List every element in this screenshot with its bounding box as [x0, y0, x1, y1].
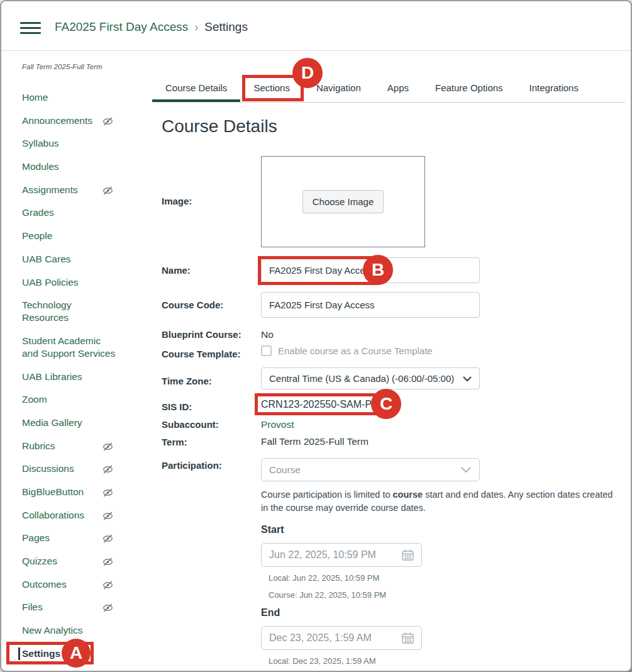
hidden-eye-icon [102, 534, 114, 546]
breadcrumb-separator-icon: › [194, 21, 198, 34]
sidebar-item-label: Settings [22, 648, 60, 659]
sidebar-item-settings[interactable]: Settings [18, 647, 114, 660]
tab-feature-options[interactable]: Feature Options [422, 77, 516, 102]
sidebar-item-label: Modules [22, 161, 59, 172]
sidebar-item-label: Zoom [22, 394, 47, 405]
sidebar-item-pages[interactable]: Pages [22, 532, 118, 544]
course-template-row: Enable course as a Course Template [261, 345, 433, 356]
sis-id-value: CRN123-202550-SAM-PL [261, 399, 377, 410]
course-name-input[interactable] [261, 257, 480, 283]
page-title: Course Details [162, 116, 277, 137]
hidden-eye-icon [102, 557, 114, 569]
sidebar-item-discussions[interactable]: Discussions [22, 462, 118, 475]
tab-navigation[interactable]: Navigation [303, 77, 374, 102]
end-date-value: Dec 23, 2025, 1:59 AM [269, 632, 372, 644]
sidebar-item-zoom[interactable]: Zoom [22, 393, 118, 406]
sidebar-item-label: Assignments [22, 184, 78, 195]
sidebar-item-uab-cares[interactable]: UAB Cares [22, 253, 118, 266]
sidebar-item-media-gallery[interactable]: Media Gallery [22, 417, 118, 429]
course-template-checkbox[interactable] [261, 345, 272, 356]
start-course-note: Course: Jun 22, 2025, 10:59 PM [269, 590, 386, 600]
term-value: Fall Term 2025-Full Term [261, 436, 369, 447]
sidebar-item-label: Syllabus [22, 138, 59, 148]
name-label: Name: [162, 265, 191, 276]
sidebar-item-home[interactable]: Home [22, 91, 118, 104]
choose-image-button[interactable]: Choose Image [302, 190, 384, 213]
time-zone-label: Time Zone: [162, 376, 212, 386]
term-label: Term: [162, 437, 187, 447]
sidebar-item-label: UAB Policies [22, 277, 79, 288]
blueprint-course-label: Blueprint Course: [162, 329, 241, 340]
tab-integrations[interactable]: Integrations [516, 77, 592, 102]
participation-value: Course [269, 464, 301, 476]
sidebar-item-rubrics[interactable]: Rubrics [22, 440, 118, 452]
tab-sections[interactable]: Sections [240, 77, 303, 102]
header-divider [1, 50, 632, 51]
calendar-icon[interactable] [402, 632, 414, 644]
sidebar-item-label: Collaborations [22, 510, 84, 520]
sidebar-item-assignments[interactable]: Assignments [22, 184, 118, 196]
sidebar-item-uab-policies[interactable]: UAB Policies [22, 276, 118, 289]
image-label: Image: [162, 196, 192, 206]
sidebar-item-student-academic-and-support-services[interactable]: Student Academic and Support Services [22, 335, 116, 360]
sidebar-item-outcomes[interactable]: Outcomes [22, 578, 118, 591]
sidebar-term-label: Fall Term 2025-Full Term [22, 63, 103, 70]
hidden-eye-icon [102, 488, 114, 500]
sidebar-item-uab-libraries[interactable]: UAB Libraries [22, 371, 118, 383]
sidebar-item-label: UAB Cares [22, 254, 71, 264]
sidebar-item-label: Announcements [22, 115, 92, 126]
sidebar-item-label: Grades [22, 207, 54, 218]
start-date-input[interactable]: Jun 22, 2025, 10:59 PM [261, 543, 422, 567]
tab-course-details[interactable]: Course Details [152, 77, 240, 102]
course-template-checkbox-label: Enable course as a Course Template [278, 345, 433, 356]
end-date-input[interactable]: Dec 23, 2025, 1:59 AM [261, 626, 422, 650]
course-code-input[interactable] [261, 292, 480, 318]
course-template-label: Course Template: [162, 349, 241, 359]
course-navigation: Home Announcements Syllabus Modules Assi… [22, 91, 124, 671]
sidebar-item-new-analytics[interactable]: New Analytics [22, 624, 118, 637]
hidden-eye-icon [102, 580, 114, 593]
sidebar-item-syllabus[interactable]: Syllabus [22, 137, 118, 150]
sidebar-item-label: Rubrics [22, 440, 55, 451]
sidebar-item-label: Student Academic and Support Services [22, 335, 115, 359]
sidebar-item-modules[interactable]: Modules [22, 160, 118, 173]
sidebar-item-technology-resources[interactable]: Technology Resources [22, 299, 116, 324]
hidden-eye-icon [102, 116, 114, 129]
sidebar-item-label: BigBlueButton [22, 486, 84, 497]
end-date-heading: End [261, 607, 280, 619]
sidebar-item-announcements[interactable]: Announcements [22, 115, 118, 127]
participation-label: Participation: [162, 460, 222, 471]
blueprint-course-value: No [261, 329, 274, 340]
sidebar-item-label: Quizzes [22, 556, 57, 566]
subaccount-label: Subaccount: [162, 419, 219, 430]
canvas-settings-page: FA2025 First Day Access › Settings Fall … [0, 0, 632, 672]
calendar-icon[interactable] [402, 549, 414, 561]
tab-apps[interactable]: Apps [374, 77, 422, 102]
breadcrumb-course-link[interactable]: FA2025 First Day Access [55, 20, 188, 34]
hidden-eye-icon [102, 603, 114, 615]
sidebar-item-label: Home [22, 92, 48, 103]
subaccount-link[interactable]: Provost [261, 419, 294, 430]
course-image-dropzone[interactable]: Choose Image [261, 156, 425, 247]
sis-id-label: SIS ID: [162, 401, 192, 412]
sidebar-item-bigbluebutton[interactable]: BigBlueButton [22, 486, 118, 498]
sidebar-item-grades[interactable]: Grades [22, 206, 118, 219]
settings-tab-bar: Course DetailsSectionsNavigationAppsFeat… [152, 77, 625, 103]
sidebar-item-label: Media Gallery [22, 417, 82, 428]
sidebar-item-label: Technology Resources [22, 300, 71, 323]
sidebar-item-collaborations[interactable]: Collaborations [22, 509, 118, 522]
hidden-eye-icon [102, 186, 114, 198]
hamburger-menu-icon[interactable] [20, 22, 41, 36]
participation-select[interactable]: Course [261, 458, 480, 481]
chevron-down-icon [463, 373, 472, 384]
hidden-eye-icon [102, 442, 114, 454]
sidebar-item-files[interactable]: Files [22, 601, 118, 613]
time-zone-select[interactable]: Central Time (US & Canada) (-06:00/-05:0… [261, 367, 480, 389]
sidebar-item-label: People [22, 230, 52, 241]
sidebar-item-quizzes[interactable]: Quizzes [22, 555, 118, 568]
hidden-eye-icon [102, 464, 114, 477]
sidebar-item-people[interactable]: People [22, 230, 118, 242]
sidebar-item-label: New Analytics [22, 625, 82, 636]
participation-help-text: Course participation is limited to cours… [261, 488, 616, 515]
sidebar-item-label: Outcomes [22, 579, 67, 590]
